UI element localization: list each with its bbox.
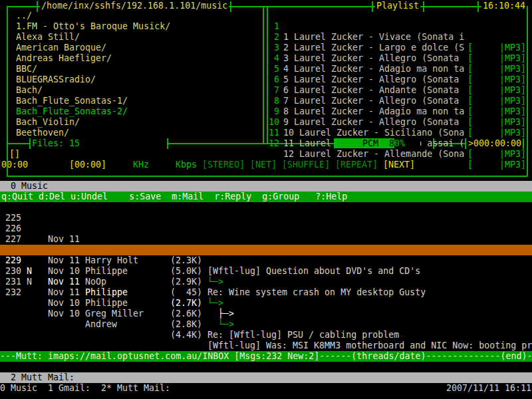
playlist-item[interactable]: 4 4 Laurel Zucker - Adagio ma non ta [ |…	[0, 43, 532, 53]
message-sender: Greg Miller	[85, 309, 144, 319]
mutt-message-row[interactable]: 232 Nov 10 Andrew (4.4K) [Wftl-lug] Was:…	[0, 277, 532, 287]
files-count: Files: 15	[31, 138, 81, 149]
message-size: (2.8K)	[170, 319, 202, 330]
mutt-message-row[interactable]: 227 Nov 11 Philippe (2.9K) Re: Wine syst…	[0, 223, 532, 234]
playlist-item[interactable]: 7 7 Laurel Zucker - Allegro (Sonata [ |M…	[0, 74, 532, 85]
repeat-toggle[interactable]: [REPEAT]	[335, 160, 378, 170]
volume-label-rest: 0%	[394, 138, 405, 149]
message-subject-text: Re: Wine system crash on MY desktop Gust…	[207, 287, 426, 297]
screen-caption-mutt	[0, 372, 532, 383]
message-date: Nov 10	[48, 298, 80, 309]
bitrate-label: Kbps	[176, 160, 197, 170]
message-subject: └─>	[207, 298, 223, 309]
next-toggle[interactable]: [NEXT]	[383, 160, 415, 170]
taskbar-window-1[interactable]: 1 Gmail:	[48, 383, 90, 394]
thread-tree-arrow: ├─>	[207, 309, 234, 319]
mutt-message-row[interactable]: 228 Nov 10 NoOp ( 45) └─>	[0, 234, 532, 245]
playlist-item-number: 12	[269, 138, 279, 149]
playlist-item[interactable]: 9 9 Laurel Zucker - Allegro (Sonata [ |M…	[0, 96, 532, 106]
samplerate-label: KHz	[133, 160, 149, 170]
taskbar-window-2[interactable]: 2* Mutt Mail:	[101, 383, 170, 394]
taskbar-datetime: 2007/11/11 16:11	[446, 383, 531, 394]
playlist-item[interactable]: 10 10 Laurel Zucker - Siciliano (Sona [ …	[0, 106, 532, 117]
moc-bottom-border	[7, 176, 528, 177]
playlist-item[interactable]: 11 11 Laurel Zucker - Allegro assai ( [ …	[0, 117, 532, 128]
volume-label-filled: PCM 8	[362, 138, 394, 149]
terminal-screen: /home/inx/sshfs/192.168.1.101/music Play…	[0, 0, 532, 399]
playlist-item[interactable]: 12 12 Laurel Zucker - Allemande (Sona [ …	[0, 128, 532, 138]
playlist-title: Playlist	[375, 1, 420, 11]
message-sender: Philippe	[85, 298, 128, 309]
message-sender: Andrew	[85, 319, 117, 330]
net-toggle[interactable]: [NET]	[250, 160, 277, 170]
message-date: Nov 10	[48, 309, 80, 319]
message-number: 232	[5, 287, 21, 298]
stereo-toggle[interactable]: [STEREO]	[202, 160, 245, 170]
mutt-help-text: q:Quit d:Del u:Undel s:Save m:Mail r:Rep…	[1, 192, 347, 202]
thread-tree-arrow: └─>	[207, 298, 223, 308]
taskbar-window-0[interactable]: 0 Music	[0, 383, 37, 394]
clock: 16:10:44	[481, 1, 527, 11]
mutt-message-row[interactable]: 230 N Nov 11 Philippe (2.6K) └─>	[0, 255, 532, 266]
mutt-message-row[interactable]: 226 Nov 10 Harry Holt (5.0K) └─>	[0, 213, 532, 223]
message-size: (4.4K)	[170, 330, 202, 340]
message-size: (2.6K)	[170, 309, 202, 319]
mutt-message-row[interactable]: 229 N Nov 11 Philippe (2.7K) ├─>	[0, 245, 532, 255]
screen-caption-mutt-label: 2 Mutt Mail:	[11, 372, 74, 383]
playlist-total-time: >000:00:00	[467, 138, 523, 149]
playlist-item[interactable]: 8 8 Laurel Zucker - Adagio ma non ta [ |…	[0, 85, 532, 96]
mutt-message-row[interactable]: 225 Nov 11 dick thompson (2.3K) [Wftl-lu…	[0, 202, 532, 213]
thread-tree-arrow: └─>	[207, 319, 234, 329]
message-subject: ├─>	[207, 309, 234, 319]
message-subject-text: [Wftl-lug] Was: MSI K8MM3 motherboard an…	[207, 340, 532, 350]
message-subject-text: Re: [Wftl-lug] PSU / cabling problem	[207, 330, 399, 340]
mutt-status-text: ---Mutt: imaps://mail.optusnet.com.au/IN…	[0, 351, 532, 362]
mutt-message-row[interactable]: 231 Nov 10 Greg Miller (2.8K) Re: [Wftl-…	[0, 266, 532, 277]
screen-caption-music	[0, 181, 532, 192]
message-subject: └─>	[207, 319, 234, 330]
screen-caption-music-label: 0 Music	[11, 181, 48, 192]
border-tick	[167, 138, 168, 149]
message-subject: Re: Wine system crash on MY desktop Gust…	[207, 287, 426, 298]
track-total-time: [00:00]	[69, 160, 106, 170]
message-subject: [Wftl-lug] Was: MSI K8MM3 motherboard an…	[207, 340, 532, 351]
message-size: (2.7K)	[170, 298, 202, 309]
playlist-item-format-tag: [ |MP3]	[467, 160, 526, 170]
border-tick	[465, 138, 466, 149]
message-size: ( 45)	[170, 287, 202, 298]
shuffle-toggle[interactable]: [SHUFFLE]	[282, 160, 330, 170]
message-date: Nov 11	[48, 287, 80, 298]
message-sender: Philippe	[85, 287, 128, 298]
playlist-item[interactable]: 5 5 Laurel Zucker - Allegro (Sonata [ |M…	[0, 53, 532, 64]
playlist-item-title: 12 Laurel Zucker - Allemande (Sona	[283, 149, 464, 160]
directory-path-title: /home/inx/sshfs/192.168.1.101/music	[40, 1, 229, 11]
playlist-item[interactable]: 6 6 Laurel Zucker - Andante (Sonata [ |M…	[0, 64, 532, 74]
volume-bar[interactable]: PCM 8 0%	[334, 138, 420, 148]
playlist-item[interactable]: 1 1 Laurel Zucker - Vivace (Sonata i [ |…	[0, 11, 532, 21]
playlist-item[interactable]: 2 2 Laurel Zucker - Largo e dolce (S [ |…	[0, 21, 532, 32]
playlist-item[interactable]: 3 3 Laurel Zucker - Allegro (Sonata [ |M…	[0, 32, 532, 43]
message-subject: Re: [Wftl-lug] PSU / cabling problem	[207, 330, 399, 340]
playlist-item-format-tag: [ |MP3]	[467, 149, 526, 160]
